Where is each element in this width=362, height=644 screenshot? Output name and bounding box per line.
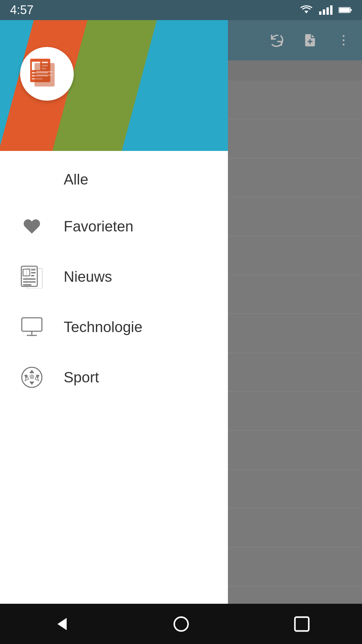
menu-label-sport: Sport	[64, 369, 99, 386]
menu-label-technologie: Technologie	[64, 319, 142, 335]
svg-marker-38	[29, 382, 35, 385]
svg-rect-30	[23, 281, 36, 283]
right-row	[228, 508, 362, 547]
menu-item-sport[interactable]: Sport	[0, 352, 228, 402]
menu-item-alle[interactable]: Alle	[0, 158, 228, 201]
drawer-menu: Alle Favorieten	[0, 151, 228, 644]
signal-icon	[319, 5, 333, 15]
heart-icon	[20, 215, 44, 238]
svg-rect-33	[22, 318, 42, 331]
right-row	[228, 275, 362, 314]
svg-rect-28	[31, 275, 35, 276]
svg-marker-0	[304, 11, 308, 13]
svg-rect-1	[319, 11, 321, 15]
menu-label-alle: Alle	[64, 171, 88, 188]
soccer-icon	[20, 366, 44, 389]
right-rows	[228, 80, 362, 644]
drawer-header	[0, 20, 228, 151]
wifi-icon	[300, 5, 313, 15]
svg-rect-3	[326, 7, 329, 15]
svg-rect-23	[36, 74, 52, 76]
status-bar: 4:57	[0, 0, 362, 20]
more-options-button[interactable]	[332, 29, 355, 52]
svg-rect-4	[330, 5, 333, 15]
right-row	[228, 80, 362, 119]
right-row	[228, 119, 362, 158]
status-icons	[300, 5, 352, 15]
back-button[interactable]	[47, 610, 74, 637]
right-row	[228, 197, 362, 236]
svg-rect-29	[23, 278, 36, 280]
right-row	[228, 392, 362, 431]
menu-label-favorieten: Favorieten	[64, 218, 133, 235]
svg-rect-22	[36, 71, 52, 72]
newspaper-icon	[20, 265, 44, 288]
right-row	[228, 236, 362, 275]
svg-rect-31	[23, 284, 32, 286]
right-row	[228, 353, 362, 392]
refresh-button[interactable]	[265, 29, 288, 52]
menu-item-nieuws[interactable]: Nieuws	[0, 252, 228, 302]
battery-icon	[339, 5, 352, 15]
menu-item-favorieten[interactable]: Favorieten	[0, 201, 228, 252]
svg-point-12	[343, 44, 345, 46]
menu-label-nieuws: Nieuws	[64, 268, 112, 285]
svg-rect-7	[339, 8, 350, 12]
bottom-navigation	[0, 604, 362, 644]
right-row	[228, 470, 362, 508]
svg-point-11	[343, 39, 345, 41]
right-row	[228, 547, 362, 586]
right-row	[228, 431, 362, 470]
svg-rect-27	[31, 272, 36, 273]
svg-marker-44	[57, 618, 67, 630]
status-time: 4:57	[10, 3, 34, 17]
svg-marker-43	[29, 374, 35, 379]
svg-rect-6	[350, 9, 352, 11]
menu-item-technologie[interactable]: Technologie	[0, 302, 228, 352]
svg-marker-37	[29, 370, 35, 373]
app-logo	[20, 47, 74, 101]
svg-rect-2	[323, 9, 325, 15]
right-row	[228, 158, 362, 197]
add-button[interactable]	[298, 29, 322, 52]
monitor-icon	[20, 315, 44, 339]
right-row	[228, 314, 362, 353]
toolbar	[228, 20, 362, 60]
right-panel	[228, 20, 362, 644]
home-button[interactable]	[168, 610, 194, 637]
svg-rect-46	[295, 617, 308, 631]
svg-point-45	[174, 617, 188, 631]
svg-rect-26	[31, 269, 36, 271]
app-logo-icon	[28, 57, 65, 91]
svg-point-10	[343, 35, 345, 37]
navigation-drawer: Alle Favorieten	[0, 20, 228, 644]
recent-button[interactable]	[288, 610, 315, 637]
